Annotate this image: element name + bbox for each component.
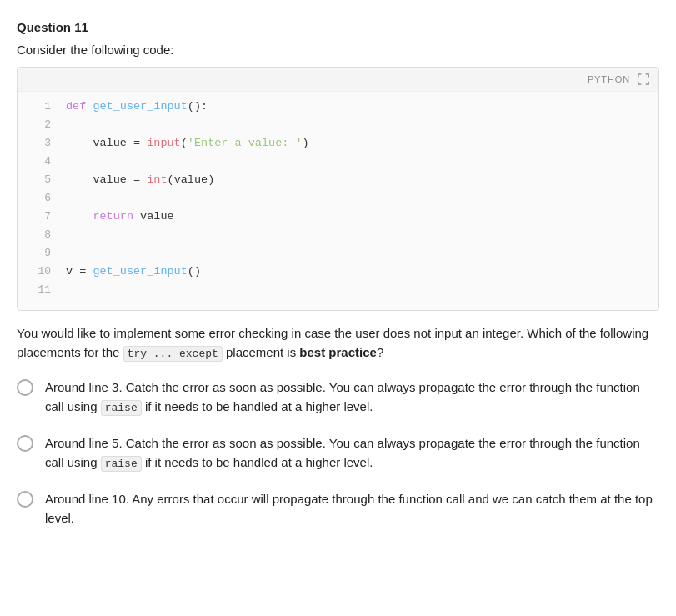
code-block: PYTHON 1 def get_user_input(): 2 [17, 67, 659, 311]
option-1-text: Around line 3. Catch the error as soon a… [45, 378, 659, 416]
question-inline-code: try ... except [123, 346, 223, 362]
option-3[interactable]: Around line 10. Any errors that occur wi… [17, 490, 659, 528]
code-line-11: 11 [18, 283, 658, 302]
options-list: Around line 3. Catch the error as soon a… [17, 378, 659, 528]
question-intro: Consider the following code: [17, 43, 659, 57]
code-body: 1 def get_user_input(): 2 3 value = inpu… [18, 92, 658, 310]
code-line-9: 9 [18, 247, 658, 265]
question-text-mid: placement is [223, 345, 300, 359]
code-header: PYTHON [18, 68, 658, 92]
question-text: You would like to implement some error c… [17, 324, 659, 362]
expand-icon[interactable] [637, 73, 650, 86]
question-text-after: ? [377, 345, 383, 359]
radio-option-3[interactable] [17, 491, 33, 508]
option-3-text-content: Around line 10. Any errors that occur wi… [45, 492, 653, 525]
question-container: Question 11 Consider the following code:… [17, 20, 659, 528]
radio-option-1[interactable] [17, 379, 33, 396]
question-bold-text: best practice [299, 345, 377, 359]
code-line-7: 7 return value [18, 210, 658, 228]
code-line-5: 5 value = int(value) [18, 173, 658, 192]
option-2[interactable]: Around line 5. Catch the error as soon a… [17, 434, 659, 472]
lang-label: PYTHON [588, 74, 630, 84]
option-2-inline-code: raise [101, 456, 142, 472]
option-1-inline-code: raise [101, 400, 142, 416]
option-2-text-after: if it needs to be handled at a higher le… [142, 455, 373, 469]
radio-option-2[interactable] [17, 435, 33, 452]
code-line-8: 8 [18, 228, 658, 247]
code-line-4: 4 [18, 155, 658, 173]
option-1[interactable]: Around line 3. Catch the error as soon a… [17, 378, 659, 416]
question-title: Question 11 [17, 20, 659, 34]
code-line-6: 6 [18, 192, 658, 210]
code-line-1: 1 def get_user_input(): [18, 100, 658, 118]
option-2-text: Around line 5. Catch the error as soon a… [45, 434, 659, 472]
code-line-2: 2 [18, 118, 658, 137]
option-1-text-after: if it needs to be handled at a higher le… [142, 399, 373, 413]
code-line-10: 10 v = get_user_input() [18, 265, 658, 283]
code-line-3: 3 value = input('Enter a value: ') [18, 137, 658, 155]
option-3-text: Around line 10. Any errors that occur wi… [45, 490, 659, 528]
